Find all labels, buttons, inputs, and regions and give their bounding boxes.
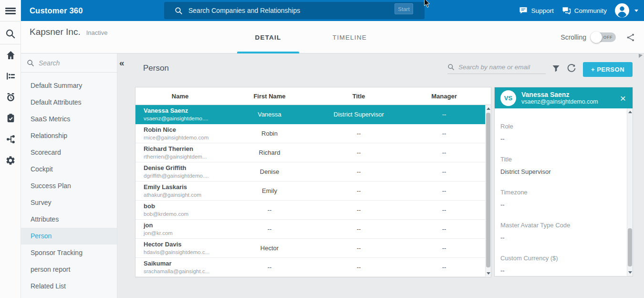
manager-cell: -- bbox=[403, 149, 485, 156]
global-search-input[interactable] bbox=[188, 7, 346, 14]
table-row[interactable]: jon jon@kr.com -- -- -- bbox=[135, 220, 491, 239]
sidebar-item[interactable]: Cockpit bbox=[21, 161, 117, 178]
sidebar-item[interactable]: Person bbox=[21, 228, 117, 245]
sidebar-item[interactable]: Success Plan bbox=[21, 178, 117, 194]
person-name: Vanessa Saenz bbox=[144, 107, 225, 114]
table-row[interactable]: Robin Nice rnice@gainsightdemo.com Robin… bbox=[135, 124, 491, 143]
detail-panel-header: VS Vanessa Saenz vsaenz@gainsightdemo.co… bbox=[495, 87, 633, 108]
sidebar-section-list: Default Summary Default Attributes SaaS … bbox=[21, 73, 117, 295]
customer-360-app: Customer 360 Start Support Community bbox=[0, 0, 644, 298]
sidebar-item[interactable]: person report bbox=[21, 261, 117, 278]
column-header[interactable]: Manager bbox=[403, 93, 485, 100]
tab[interactable]: DETAIL bbox=[232, 21, 304, 53]
table-row[interactable]: Richard Therrien rtherrien@gainsightdem.… bbox=[135, 143, 491, 162]
field-label: Title bbox=[500, 156, 633, 163]
table-row[interactable]: Hector Davis hdavis@gainsightdemo.c... H… bbox=[135, 239, 491, 258]
tab[interactable]: TIMELINE bbox=[314, 21, 385, 53]
detail-fields: Role -- Title District Supervisor Timezo… bbox=[495, 108, 633, 277]
title-cell: -- bbox=[314, 225, 403, 233]
company-name: Kapsner Inc. bbox=[30, 27, 81, 37]
share-icon[interactable] bbox=[626, 33, 635, 42]
detail-person-email: vsaenz@gainsightdemo.com bbox=[521, 98, 620, 106]
scrollbar-thumb[interactable] bbox=[628, 228, 632, 266]
sidebar-item[interactable]: Default Summary bbox=[21, 77, 117, 94]
sidebar-item[interactable]: Related List bbox=[21, 278, 117, 295]
manager-cell: -- bbox=[403, 206, 485, 213]
search-icon[interactable] bbox=[0, 29, 21, 39]
scrollbar-thumb[interactable] bbox=[486, 113, 490, 267]
sidebar-item-label: person report bbox=[31, 266, 70, 273]
person-name: Emily Laskaris bbox=[144, 183, 225, 191]
sidebar-item[interactable]: Attributes bbox=[21, 211, 117, 228]
column-header[interactable]: Title bbox=[314, 93, 403, 100]
field-label: Role bbox=[500, 123, 633, 130]
scroll-down-icon[interactable] bbox=[487, 272, 490, 275]
scroll-up-icon[interactable] bbox=[628, 111, 632, 113]
sidebar-item[interactable]: Sponsor Tracking bbox=[21, 245, 117, 261]
table-row[interactable]: Saikumar srachamalla@gainsight.c... -- -… bbox=[135, 258, 491, 277]
field-label: Timezone bbox=[500, 189, 633, 196]
field-value: -- bbox=[500, 267, 633, 275]
sidebar-item[interactable]: Default Attributes bbox=[21, 94, 117, 111]
name-cell: jon jon@kr.com bbox=[135, 222, 225, 236]
person-search-input[interactable] bbox=[458, 64, 542, 71]
person-email: bob@krdemo.com bbox=[144, 211, 225, 217]
manager-cell: -- bbox=[403, 245, 485, 252]
title-cell: -- bbox=[314, 245, 403, 252]
sidebar-collapse-icon[interactable]: « bbox=[119, 58, 125, 68]
home-icon[interactable] bbox=[0, 50, 21, 60]
person-name: Denise Griffith bbox=[144, 164, 225, 171]
first-name-cell: -- bbox=[225, 225, 314, 233]
sidebar-item-label: Relationship bbox=[31, 132, 67, 139]
sidebar-item[interactable]: Scorecard bbox=[21, 144, 117, 161]
toggle-knob[interactable] bbox=[591, 32, 602, 43]
toggle-state-label: OFF bbox=[603, 35, 613, 40]
detail-person-name: Vanessa Saenz bbox=[521, 91, 620, 98]
sidebar-item[interactable]: Survey bbox=[21, 194, 117, 211]
user-avatar[interactable] bbox=[615, 3, 629, 18]
settings-gear-icon[interactable] bbox=[0, 155, 21, 166]
summary-list-icon[interactable] bbox=[0, 71, 21, 81]
table-row[interactable]: Denise Griffith dgriffith@gainsightdemo.… bbox=[135, 162, 491, 181]
first-name-cell: Robin bbox=[225, 130, 314, 137]
app-title: Customer 360 bbox=[30, 0, 83, 21]
sidebar-item[interactable]: SaaS Metrics bbox=[21, 111, 117, 128]
detail-scrollbar[interactable] bbox=[627, 108, 633, 276]
support-link[interactable]: Support bbox=[519, 7, 553, 14]
global-search[interactable]: Start bbox=[164, 2, 425, 19]
table-row[interactable]: Emily Laskaris athakur@gainsight.com Emi… bbox=[135, 181, 491, 201]
column-header[interactable]: Name bbox=[135, 93, 225, 100]
tasks-clipboard-icon[interactable] bbox=[0, 113, 21, 123]
sidebar-search-input[interactable] bbox=[39, 59, 101, 67]
scroll-up-icon[interactable] bbox=[487, 107, 490, 110]
start-button[interactable]: Start bbox=[395, 3, 413, 14]
add-person-button[interactable]: + PERSON bbox=[583, 62, 633, 77]
table-row[interactable]: Vanessa Saenz vsaenz@gainsightdemo.... V… bbox=[135, 105, 491, 124]
detail-field: Title District Supervisor bbox=[500, 156, 633, 176]
sidebar-item-label: Cockpit bbox=[31, 165, 53, 173]
scrolling-toggle[interactable]: OFF bbox=[592, 32, 616, 42]
sidebar-search[interactable] bbox=[21, 53, 117, 73]
menu-icon[interactable] bbox=[0, 6, 21, 15]
table-row[interactable]: bob bob@krdemo.com -- -- -- bbox=[135, 201, 491, 220]
relationships-icon[interactable] bbox=[0, 134, 21, 144]
table-scrollbar[interactable] bbox=[485, 105, 491, 277]
title-cell: -- bbox=[314, 187, 403, 194]
person-search[interactable] bbox=[447, 64, 546, 74]
avatar-caret-icon[interactable] bbox=[634, 10, 638, 12]
rail-divider bbox=[0, 21, 21, 21]
tab-label: TIMELINE bbox=[332, 34, 367, 41]
filter-icon[interactable] bbox=[552, 64, 560, 74]
refresh-icon[interactable] bbox=[567, 64, 576, 75]
detail-field: Master Avatar Type Code -- bbox=[500, 222, 633, 242]
detail-field: Role -- bbox=[500, 123, 633, 143]
close-icon[interactable]: × bbox=[620, 93, 626, 103]
table-body: Vanessa Saenz vsaenz@gainsightdemo.... V… bbox=[135, 105, 491, 277]
scroll-down-icon[interactable] bbox=[628, 271, 632, 274]
field-label: Custom Currency ($) bbox=[500, 255, 633, 262]
community-link[interactable]: Community bbox=[562, 7, 607, 14]
timeline-clock-icon[interactable] bbox=[0, 92, 21, 102]
column-header[interactable]: First Name bbox=[225, 93, 314, 100]
company-header: Kapsner Inc. Inactive DETAIL TIMELINE Sc… bbox=[21, 21, 644, 53]
sidebar-item[interactable]: Relationship bbox=[21, 128, 117, 144]
